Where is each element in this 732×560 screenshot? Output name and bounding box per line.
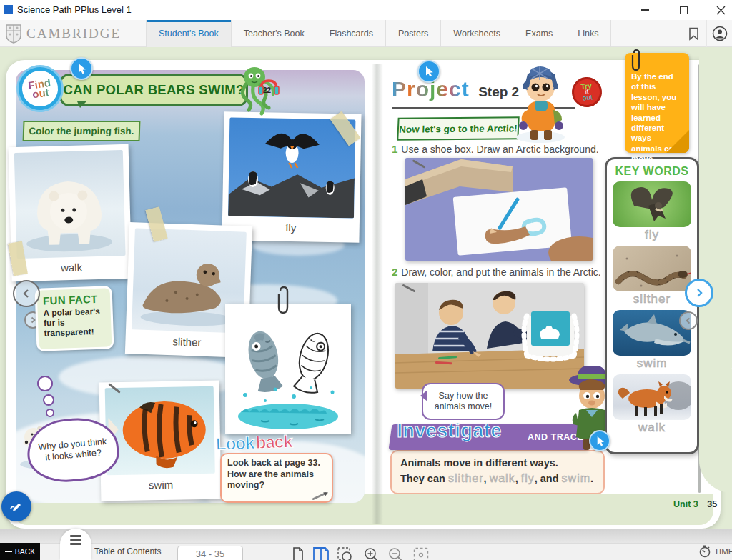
trace-word-slither[interactable]: slither <box>448 472 484 484</box>
key-word-label: slither <box>607 292 697 306</box>
key-word-item-slither[interactable]: slither <box>607 246 697 306</box>
app-icon <box>4 5 13 14</box>
fit-screen-button[interactable] <box>412 547 430 560</box>
table-of-contents-button[interactable]: Table of Contents <box>94 543 161 560</box>
single-page-view-button[interactable] <box>289 547 307 560</box>
hotspot-cursor-icon[interactable] <box>417 60 440 83</box>
account-button[interactable] <box>706 20 732 47</box>
decorative-swoosh <box>706 69 732 369</box>
line2-prefix: They can <box>400 473 448 484</box>
drawing-hand-photo <box>405 158 593 261</box>
key-word-item-fly[interactable]: fly <box>607 181 697 242</box>
arctic-banner: Now let's go to the Arctic! <box>397 116 519 140</box>
two-page-view-button[interactable] <box>312 547 330 560</box>
zoom-region-button[interactable] <box>336 547 355 560</box>
step-1-text: Use a shoe box. Draw an Arctic backgroun… <box>401 144 598 155</box>
photo-caption: walk <box>17 256 127 275</box>
arctic-banner-text: Now let's go to the Arctic! <box>399 123 518 134</box>
thought-dot <box>37 376 53 391</box>
tab-exams[interactable]: Exams <box>513 20 565 47</box>
cursor-icon <box>422 65 435 78</box>
step-2-number: 2 <box>392 266 397 278</box>
tab-students-book[interactable]: Student's Book <box>146 20 232 47</box>
zoom-out-button[interactable] <box>386 547 405 560</box>
fox-photo <box>613 374 691 420</box>
background-strip <box>699 47 732 493</box>
fun-fact-text: A polar bear's fur is transparent! <box>44 307 106 339</box>
lesson-title-banner: CAN POLAR BEARS SWIM? <box>59 74 248 106</box>
unit-label: Unit 3 <box>673 499 698 509</box>
thought-dot <box>46 409 54 417</box>
line2-sep: , <box>484 473 490 484</box>
photo-card-walk: walk <box>9 144 132 281</box>
line2-sep: , <box>515 473 521 484</box>
maximize-button[interactable] <box>669 0 698 20</box>
fun-fact-box: FUN FACT A polar bear's fur is transpare… <box>34 286 114 351</box>
thought-text: Why do you think it looks white? <box>29 436 117 465</box>
tab-strip: Student's Book Teacher's Book Flashcards… <box>146 20 611 47</box>
lesson-objective-text: By the end of this lesson, you will have… <box>631 71 683 164</box>
trace-word-walk[interactable]: walk <box>490 472 515 484</box>
toolbar-shadow-strip <box>0 529 732 543</box>
orange-fish-photo <box>105 386 215 476</box>
try-line3: out <box>582 94 593 101</box>
tab-flashcards[interactable]: Flashcards <box>317 20 386 47</box>
page-range-input[interactable] <box>177 546 243 560</box>
close-icon <box>716 6 726 15</box>
draw-tool-button[interactable] <box>1 491 31 521</box>
spread-gutter <box>372 64 383 524</box>
account-icon <box>712 26 728 41</box>
key-word-item-walk[interactable]: walk <box>607 374 697 435</box>
paperclip-icon <box>630 49 642 73</box>
window-title: Science Path PPlus Level 1 <box>17 4 132 15</box>
back-button[interactable]: BACK <box>0 543 40 560</box>
look-back-word1: Look <box>216 433 254 454</box>
speech-bubble: Say how the animals move! <box>422 383 505 420</box>
key-words-title: KEY WORDS <box>607 165 697 178</box>
hotspot-cursor-icon[interactable] <box>70 57 93 80</box>
trace-word-swim[interactable]: swim <box>562 472 590 484</box>
arctic-boy-illustration <box>506 60 575 143</box>
unit-page-label: Unit 3 35 <box>673 497 717 510</box>
page-number: 35 <box>707 499 717 509</box>
audio-track-badge[interactable]: 22 <box>256 79 282 97</box>
stopwatch-icon <box>699 545 711 558</box>
jumping-fish-activity-card[interactable] <box>225 304 351 434</box>
key-words-panel: KEY WORDS fly <box>605 157 699 454</box>
investigate-line2: They can slither, walk, fly, and swim. <box>400 472 595 485</box>
bookmark-button[interactable] <box>681 20 706 47</box>
tab-worksheets[interactable]: Worksheets <box>441 20 513 47</box>
fun-fact-title: FUN FACT <box>43 293 105 307</box>
tab-posters[interactable]: Posters <box>386 20 441 47</box>
step-2-text: Draw, color, and put the animals in the … <box>401 266 600 278</box>
close-button[interactable] <box>706 0 732 20</box>
hotspot-cursor-icon[interactable] <box>589 430 610 451</box>
paperclip-icon <box>276 286 290 316</box>
book-spread: Find out CAN POLAR BEARS SWIM? <box>6 60 721 529</box>
toolbar-handle[interactable] <box>60 529 92 560</box>
audio-track-number: 22 <box>263 86 271 94</box>
app-window: Science Path PPlus Level 1 CAMBRIDGE Stu… <box>0 0 732 560</box>
timer-button[interactable]: TIMER <box>699 543 732 560</box>
key-word-label: walk <box>607 421 697 435</box>
tab-links[interactable]: Links <box>565 20 611 47</box>
next-page-button[interactable] <box>685 279 713 307</box>
cursor-icon <box>594 435 606 447</box>
cursor-icon <box>75 62 88 75</box>
activity-instruction-text: Color the jumping fish. <box>29 126 134 136</box>
photo-caption: swim <box>107 474 215 492</box>
back-arrow-icon <box>5 551 12 552</box>
prev-page-button[interactable] <box>13 280 40 307</box>
prev-hint-button[interactable] <box>679 311 698 330</box>
minimize-button[interactable] <box>630 0 659 20</box>
book-viewer: Find out CAN POLAR BEARS SWIM? <box>0 47 732 529</box>
look-back-word2: back <box>255 431 292 452</box>
trace-word-fly[interactable]: fly <box>521 472 535 484</box>
puffins-photo <box>228 117 355 218</box>
title-bar: Science Path PPlus Level 1 <box>0 0 732 20</box>
investigate-title: Investigate <box>397 420 502 442</box>
speech-text: Say how the animals move! <box>423 391 503 412</box>
try-it-out-badge: Try it out <box>570 76 603 109</box>
zoom-in-button[interactable] <box>362 547 380 560</box>
tab-teachers-book[interactable]: Teacher's Book <box>232 20 317 47</box>
